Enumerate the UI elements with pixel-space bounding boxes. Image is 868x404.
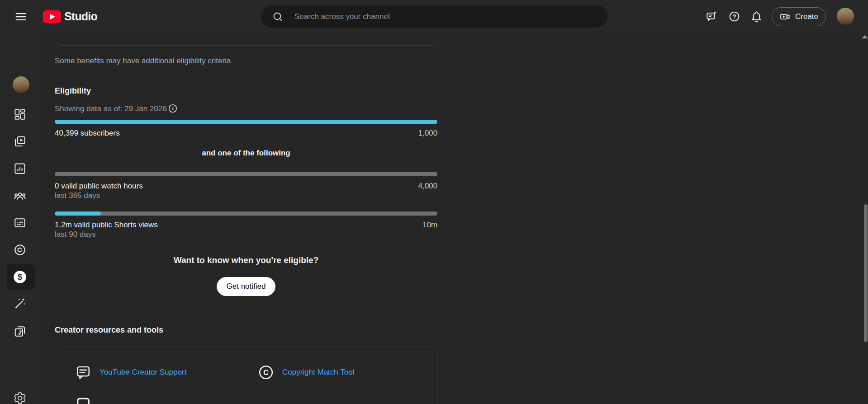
shorts-views-row: 1.2m valid public Shorts views 10m xyxy=(55,221,437,230)
subscribers-progress-bar xyxy=(55,120,437,124)
top-bar: Studio ? xyxy=(0,0,868,33)
search-icon xyxy=(272,11,284,23)
subscribers-label: 40,399 subscribers xyxy=(55,129,120,138)
resource-link-copyright-match[interactable]: C Copyright Match Tool xyxy=(258,365,354,380)
resource-link-creator-support[interactable]: YouTube Creator Support xyxy=(76,365,186,380)
connector-text: and one of the following xyxy=(55,149,437,158)
eligibility-title: Eligibility xyxy=(55,86,91,96)
get-notified-button[interactable]: Get notified xyxy=(217,277,275,296)
studio-wordmark: Studio xyxy=(64,10,97,23)
progress-fill xyxy=(55,211,101,216)
sidebar-item-earn[interactable]: $ xyxy=(13,270,27,284)
sidebar: $ xyxy=(0,33,40,404)
content-icon xyxy=(13,135,27,148)
copyright-icon xyxy=(13,243,27,257)
benefits-note: Some benefits may have additional eligib… xyxy=(55,56,233,66)
sidebar-item-settings[interactable] xyxy=(13,391,27,404)
help-icon[interactable]: ? xyxy=(728,10,740,23)
watch-hours-row: 0 valid public watch hours 4,000 xyxy=(55,182,437,191)
sidebar-item-customisation[interactable] xyxy=(13,297,27,310)
watch-hours-progress-bar xyxy=(55,172,437,176)
shorts-views-target: 10m xyxy=(422,221,437,230)
svg-text:?: ? xyxy=(732,13,736,20)
watch-hours-label: 0 valid public watch hours xyxy=(55,182,143,191)
menu-icon[interactable] xyxy=(14,10,28,23)
youtube-play-icon xyxy=(43,10,61,23)
resource-icon-partial xyxy=(76,396,91,404)
account-avatar[interactable] xyxy=(837,8,854,25)
subscribers-target: 1,000 xyxy=(418,129,437,138)
sidebar-item-content[interactable] xyxy=(13,135,27,148)
svg-text:i: i xyxy=(172,106,174,111)
create-button[interactable]: Create xyxy=(772,7,826,26)
community-icon xyxy=(13,189,27,203)
svg-text:C: C xyxy=(263,369,269,376)
shorts-views-label: 1.2m valid public Shorts views xyxy=(55,221,158,230)
creator-support-link-label[interactable]: YouTube Creator Support xyxy=(100,368,186,377)
create-button-label: Create xyxy=(795,12,818,21)
whats-new-icon[interactable] xyxy=(706,10,718,23)
notifications-icon[interactable] xyxy=(750,10,763,23)
scrollbar-thumb[interactable] xyxy=(864,204,868,342)
settings-icon xyxy=(13,391,27,404)
svg-text:$: $ xyxy=(18,272,22,282)
sidebar-item-audio-library[interactable] xyxy=(13,324,27,338)
progress-fill xyxy=(55,120,437,124)
sidebar-item-analytics[interactable] xyxy=(13,162,27,175)
sidebar-item-subtitles[interactable] xyxy=(13,216,27,230)
youtube-studio-app: { "colors":{ "brand_red":"#ff0028", "acc… xyxy=(0,0,868,404)
subscribers-row: 40,399 subscribers 1,000 xyxy=(55,129,437,138)
copyright-match-link-label[interactable]: Copyright Match Tool xyxy=(282,368,354,377)
shorts-views-sublabel: last 90 days xyxy=(55,230,96,239)
shorts-views-progress-bar xyxy=(55,211,437,216)
resource-link-partial[interactable] xyxy=(76,396,91,404)
search-bar[interactable] xyxy=(261,5,607,28)
data-as-of-label: Showing data as of: 29 Jan 2026 xyxy=(55,104,167,113)
earn-icon: $ xyxy=(13,270,27,284)
chat-support-icon xyxy=(76,365,91,380)
notify-prompt: Want to know when you're eligible? xyxy=(55,255,437,265)
sidebar-item-copyright[interactable] xyxy=(13,243,27,257)
subtitles-icon xyxy=(13,216,27,230)
analytics-icon xyxy=(13,162,27,175)
scroll-up-arrow[interactable] xyxy=(862,35,868,38)
channel-avatar[interactable] xyxy=(13,76,29,93)
create-video-icon xyxy=(779,11,791,23)
watch-hours-sublabel: last 365 days xyxy=(55,191,100,200)
copyright-circle-icon: C xyxy=(258,365,274,380)
audio-library-icon xyxy=(13,324,27,338)
sidebar-item-dashboard[interactable] xyxy=(13,108,27,121)
search-input[interactable] xyxy=(294,5,607,28)
dashboard-icon xyxy=(13,108,27,121)
customisation-icon xyxy=(13,297,27,310)
info-icon[interactable]: i xyxy=(168,103,178,113)
sidebar-item-community[interactable] xyxy=(13,189,27,203)
watch-hours-target: 4,000 xyxy=(418,182,437,191)
resources-card: YouTube Creator Support C Copyright Matc… xyxy=(55,347,437,404)
youtube-studio-logo[interactable]: Studio xyxy=(43,10,97,23)
resources-title: Creator resources and tools xyxy=(55,325,163,335)
